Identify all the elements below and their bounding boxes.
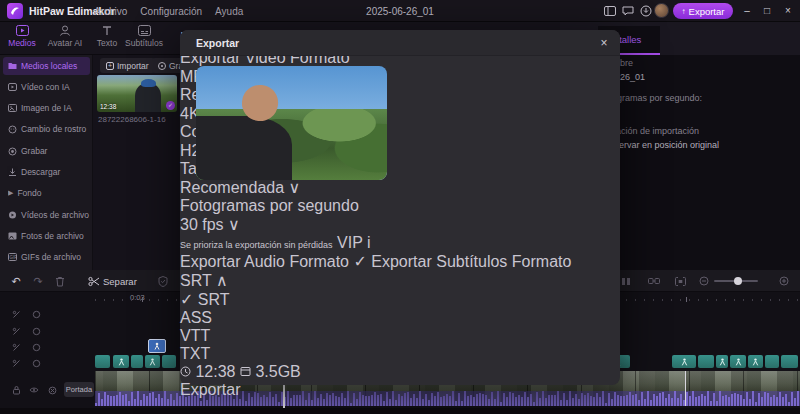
bottom-strip (0, 408, 800, 414)
track-manager-icon[interactable] (618, 273, 634, 289)
sticker-clip[interactable] (781, 355, 798, 368)
zoom-slider[interactable] (714, 280, 758, 282)
zoom-out-icon[interactable] (696, 273, 712, 289)
dropdown-option-srt[interactable]: ✓ SRT (180, 290, 620, 309)
track-mute-icon[interactable] (10, 325, 22, 337)
sidebar-item-fotos-archivo[interactable]: Fotos de archivo (3, 227, 90, 245)
ai-video-icon (8, 83, 17, 91)
cover-button[interactable]: Portada (64, 382, 94, 397)
dialog-title: Exportar (196, 37, 239, 49)
download-icon[interactable] (638, 3, 654, 19)
sticker-clip[interactable] (698, 355, 714, 368)
undo-icon[interactable]: ↶ (8, 273, 24, 289)
track-mute-icon[interactable] (10, 357, 22, 369)
face-swap-icon (8, 125, 17, 134)
stock-video-icon (8, 211, 17, 219)
minimize-button[interactable]: – (739, 3, 755, 19)
split-button[interactable]: Separar (103, 276, 137, 287)
dropdown-option-vtt[interactable]: VTT (180, 327, 620, 345)
delete-icon[interactable] (52, 273, 68, 289)
track-visibility-icon[interactable] (30, 325, 42, 337)
sidebar-item-grabar[interactable]: Grabar (3, 142, 90, 160)
app-window: HitPaw Edimakor Archivo Configuración Ay… (0, 0, 800, 414)
sidebar-item-imagen-ia[interactable]: Imagen de IA (3, 99, 90, 117)
tab-avatar-ai[interactable]: Avatar AI (43, 25, 87, 53)
track-hide-icon[interactable] (28, 384, 40, 396)
sticker-clip[interactable] (145, 355, 160, 368)
sidebar-item-fondo[interactable]: ▶ Fondo (3, 184, 90, 202)
selected-check-badge: ✓ (166, 101, 175, 110)
sidebar-item-medios-locales[interactable]: Medios locales (3, 57, 90, 75)
maximize-button[interactable]: □ (759, 3, 775, 19)
preview-person-body (196, 116, 292, 180)
text-icon (101, 25, 113, 36)
fit-timeline-icon[interactable] (672, 273, 688, 289)
sticker-clip[interactable] (95, 355, 110, 368)
shield-check-icon[interactable] (155, 273, 171, 289)
sidebar-item-video-ia[interactable]: Vídeo con IA (3, 78, 90, 96)
export-button-titlebar[interactable]: ↑ Exportar (673, 3, 733, 19)
subtitle-format-select[interactable]: SRT ∧ (180, 271, 301, 290)
layout-panels-icon[interactable] (602, 3, 618, 19)
track-close-icon[interactable] (46, 384, 58, 396)
track-visibility-icon[interactable] (30, 357, 42, 369)
export-subtitles-checkbox[interactable]: ✓ (353, 253, 366, 270)
svg-text:GIF: GIF (10, 255, 17, 260)
track-visibility-icon[interactable] (30, 308, 42, 320)
export-video-preview (196, 66, 387, 180)
zoom-in-icon[interactable] (776, 273, 792, 289)
sidebar-item-videos-archivo[interactable]: Vídeos de archivo (3, 206, 90, 224)
expand-arrow-icon: ▶ (8, 189, 13, 197)
sticker-clip[interactable] (131, 355, 143, 368)
sidebar-item-cambio-rostro[interactable]: Cambio de rostro (3, 120, 90, 138)
track-mute-icon[interactable] (10, 308, 22, 320)
person-figure (135, 83, 161, 112)
track-mute-icon[interactable] (10, 341, 22, 353)
sticker-clip[interactable] (748, 355, 763, 368)
tab-subtitulos[interactable]: Subtítulos (122, 25, 166, 53)
dialog-close-icon[interactable]: × (596, 35, 612, 51)
avatar-icon (59, 25, 71, 36)
sidebar-item-gifs-archivo[interactable]: GIF GIFs de archivo (3, 248, 90, 266)
marker-icon[interactable] (646, 273, 662, 289)
sticker-clip[interactable] (672, 355, 696, 368)
record-icon (158, 62, 166, 70)
clip-boundary (685, 371, 686, 406)
effect-clip[interactable] (148, 339, 166, 353)
export-confirm-button[interactable]: Exportar (180, 381, 620, 399)
subtitles-icon (138, 25, 151, 36)
vip-badge: VIP (337, 234, 363, 251)
export-subtitles-title: Exportar Subtítulos (371, 253, 507, 270)
ai-image-icon (8, 104, 17, 112)
user-avatar[interactable] (654, 3, 669, 18)
sticker-clip[interactable] (113, 355, 129, 368)
sticker-clip[interactable] (716, 355, 728, 368)
sticker-clip[interactable] (765, 355, 779, 368)
bitrate-select[interactable]: Recomendada ∨ (180, 178, 620, 197)
dropdown-option-txt[interactable]: TXT (180, 345, 620, 363)
zoom-slider-knob[interactable] (734, 277, 742, 285)
tab-medios[interactable]: Medios (0, 25, 44, 53)
dropdown-option-ass[interactable]: ASS (180, 309, 620, 327)
sticker-clip[interactable] (730, 355, 746, 368)
export-dialog: Exportar × Nombre Exportar a Exportar Vi… (180, 30, 620, 385)
check-icon: ✓ (180, 291, 193, 308)
lossless-label: Se prioriza la exportación sin pérdidas (180, 240, 333, 250)
sticker-clip[interactable] (162, 355, 176, 368)
info-icon[interactable]: i (367, 234, 371, 251)
folder-icon (8, 62, 17, 70)
title-bar: HitPaw Edimakor Archivo Configuración Ay… (0, 0, 800, 22)
close-window-button[interactable]: × (780, 3, 796, 19)
redo-icon[interactable]: ↷ (30, 273, 46, 289)
record-icon (8, 147, 17, 156)
blue-cap (141, 79, 156, 87)
feedback-icon[interactable] (620, 3, 636, 19)
split-scissors-icon[interactable] (86, 273, 102, 289)
import-button[interactable]: + Importar (100, 58, 155, 73)
sidebar-item-descargar[interactable]: Descargar (3, 163, 90, 181)
track-lock-icon[interactable] (10, 384, 22, 396)
fps-label: Fotogramas por segundo (180, 197, 359, 214)
fps-select[interactable]: 30 fps ∨ (180, 215, 620, 234)
media-clip-thumbnail[interactable]: 12:38 ✓ (97, 75, 177, 112)
track-visibility-icon[interactable] (30, 341, 42, 353)
